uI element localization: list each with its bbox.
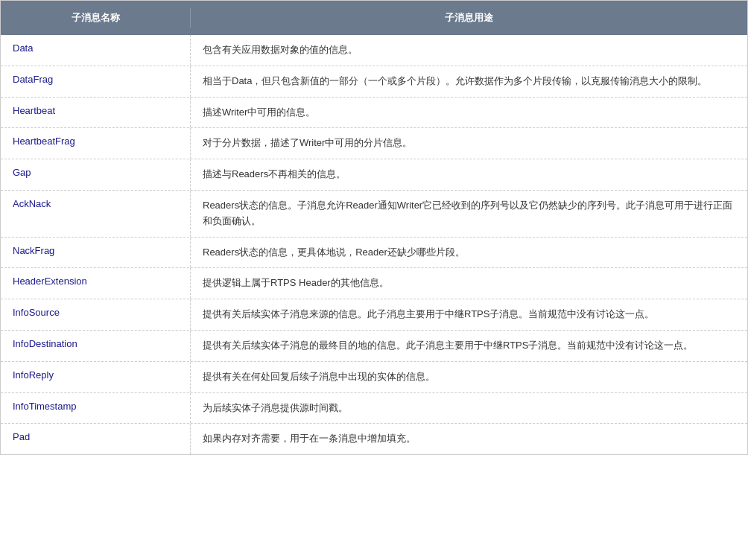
row-desc-acknack: Readers状态的信息。子消息允许Reader通知Writer它已经收到的序列… (191, 191, 747, 237)
row-desc-infodestination: 提供有关后续实体子消息的最终目的地的信息。此子消息主要用于中继RTPS子消息。当… (191, 331, 747, 361)
row-desc-heartbeat: 描述Writer中可用的信息。 (191, 98, 747, 128)
table-body: Data包含有关应用数据对象的值的信息。DataFrag相当于Data，但只包含… (1, 35, 747, 454)
row-name-inforeply: InfoReply (1, 362, 191, 392)
table-row: Pad如果内存对齐需要，用于在一条消息中增加填充。 (1, 424, 747, 454)
table-row: Heartbeat描述Writer中可用的信息。 (1, 98, 747, 129)
row-desc-nackfrag: Readers状态的信息，更具体地说，Reader还缺少哪些片段。 (191, 238, 747, 268)
row-name-infotimestamp: InfoTimestamp (1, 393, 191, 424)
row-name-data: Data (1, 35, 191, 66)
table-row: Gap描述与Readers不再相关的信息。 (1, 159, 747, 191)
table-row: InfoReply提供有关在何处回复后续子消息中出现的实体的信息。 (1, 362, 747, 393)
table-row: AckNackReaders状态的信息。子消息允许Reader通知Writer它… (1, 191, 747, 238)
table-row: HeaderExtension提供逻辑上属于RTPS Header的其他信息。 (1, 268, 747, 299)
table-header: 子消息名称 子消息用途 (1, 1, 747, 35)
row-desc-infotimestamp: 为后续实体子消息提供源时间戳。 (191, 393, 747, 424)
row-name-datafrag: DataFrag (1, 66, 191, 97)
row-desc-headerextension: 提供逻辑上属于RTPS Header的其他信息。 (191, 268, 747, 299)
table-row: NackFragReaders状态的信息，更具体地说，Reader还缺少哪些片段… (1, 238, 747, 269)
main-table: 子消息名称 子消息用途 Data包含有关应用数据对象的值的信息。DataFrag… (0, 0, 748, 455)
row-name-pad: Pad (1, 424, 191, 454)
table-row: HeartbeatFrag对于分片数据，描述了Writer中可用的分片信息。 (1, 128, 747, 159)
row-name-nackfrag: NackFrag (1, 238, 191, 268)
row-desc-data: 包含有关应用数据对象的值的信息。 (191, 35, 747, 66)
row-name-heartbeatfrag: HeartbeatFrag (1, 128, 191, 159)
header-col-name: 子消息名称 (1, 8, 191, 28)
row-name-infosource: InfoSource (1, 299, 191, 330)
header-col-desc: 子消息用途 (191, 8, 747, 28)
table-row: InfoTimestamp为后续实体子消息提供源时间戳。 (1, 393, 747, 424)
table-row: InfoSource提供有关后续实体子消息来源的信息。此子消息主要用于中继RTP… (1, 299, 747, 331)
table-row: DataFrag相当于Data，但只包含新值的一部分（一个或多个片段）。允许数据… (1, 66, 747, 98)
row-desc-inforeply: 提供有关在何处回复后续子消息中出现的实体的信息。 (191, 362, 747, 392)
row-name-infodestination: InfoDestination (1, 331, 191, 361)
row-desc-infosource: 提供有关后续实体子消息来源的信息。此子消息主要用于中继RTPS子消息。当前规范中… (191, 299, 747, 330)
row-desc-pad: 如果内存对齐需要，用于在一条消息中增加填充。 (191, 424, 747, 454)
table-row: Data包含有关应用数据对象的值的信息。 (1, 35, 747, 66)
row-name-headerextension: HeaderExtension (1, 268, 191, 299)
row-name-gap: Gap (1, 159, 191, 190)
row-desc-gap: 描述与Readers不再相关的信息。 (191, 159, 747, 190)
table-row: InfoDestination提供有关后续实体子消息的最终目的地的信息。此子消息… (1, 331, 747, 362)
row-desc-datafrag: 相当于Data，但只包含新值的一部分（一个或多个片段）。允许数据作为多个片段传输… (191, 66, 747, 97)
row-desc-heartbeatfrag: 对于分片数据，描述了Writer中可用的分片信息。 (191, 128, 747, 159)
row-name-acknack: AckNack (1, 191, 191, 237)
row-name-heartbeat: Heartbeat (1, 98, 191, 128)
